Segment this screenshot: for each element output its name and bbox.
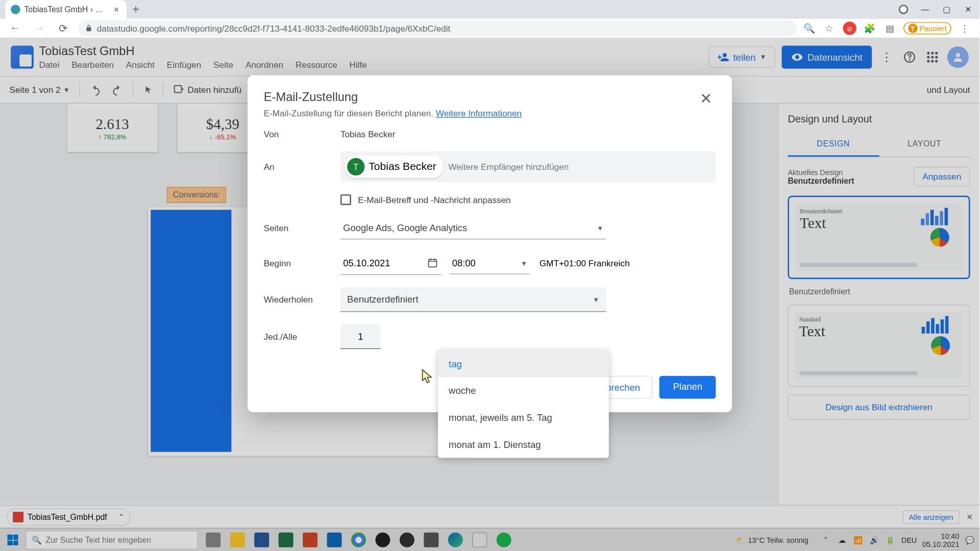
checkbox-icon[interactable] [340,194,351,205]
dropdown-item-monat-dienstag[interactable]: monat am 1. Dienstag [438,431,609,458]
tab-close-icon[interactable]: × [112,5,121,14]
window-controls: — ▢ ✕ [899,0,979,19]
pages-value: Google Ads, Google Analytics [343,222,467,233]
from-label: Von [264,129,340,139]
tab-title: TobiasTest GmbH › Google Ads [24,5,107,14]
chip-avatar-icon: T [347,158,364,176]
begin-label: Beginn [264,258,340,268]
date-field[interactable]: 05.10.2021 [340,252,442,275]
chevron-down-icon: ▼ [521,259,527,266]
tab-strip: TobiasTest GmbH › Google Ads × + — ▢ ✕ [0,0,979,19]
schedule-button[interactable]: Planen [659,376,716,399]
customize-email-row[interactable]: E-Mail-Betreff und -Nachricht anpassen [340,194,716,205]
pages-select[interactable]: Google Ads, Google Analytics ▼ [340,217,606,239]
browser-tab[interactable]: TobiasTest GmbH › Google Ads × [6,0,127,19]
chevron-down-icon: ▼ [593,295,599,303]
to-label: An [264,162,340,172]
forward-icon[interactable]: → [30,19,48,38]
svg-rect-13 [429,259,437,267]
repeat-value: Benutzerdefiniert [347,294,419,305]
extension-badge-icon[interactable]: ⊘ [843,21,856,35]
close-window-icon[interactable]: ✕ [963,5,972,14]
pause-label: Pausiert [919,24,946,32]
time-field[interactable]: 08:00 ▼ [449,252,530,274]
extensions-icon[interactable]: 🧩 [863,21,876,35]
account-dot-icon[interactable] [899,5,908,14]
customize-label: E-Mail-Betreff und -Nachricht anpassen [358,195,511,205]
browser-menu-icon[interactable]: ⋮ [958,21,971,35]
timezone-label: GMT+01:00 Frankreich [540,258,630,268]
time-value: 08:00 [452,258,476,268]
recipients-field[interactable]: T Tobias Becker [340,152,716,183]
repeat-label: Wiederholen [264,294,340,305]
date-value: 05.10.2021 [343,258,390,268]
add-recipient-input[interactable] [448,162,712,172]
new-tab-button[interactable]: + [127,0,145,19]
close-icon[interactable]: ✕ [696,90,716,108]
zoom-icon[interactable]: 🔍 [802,21,816,35]
dialog-title: E-Mail-Zustellung [264,90,522,105]
dropdown-item-woche[interactable]: woche [438,377,609,404]
minimize-icon[interactable]: — [920,5,929,14]
address-bar: ← → ⟳ datastudio.google.com/reporting/28… [0,19,979,38]
back-icon[interactable]: ← [6,19,24,38]
chevron-down-icon: ▼ [597,224,603,232]
dropdown-item-tag[interactable]: tag [438,350,609,378]
url-field[interactable]: datastudio.google.com/reporting/28cc9d2f… [78,20,797,37]
repeat-select[interactable]: Benutzerdefiniert ▼ [340,287,606,312]
interval-number-input[interactable]: 1 [340,324,381,349]
recipient-chip[interactable]: T Tobias Becker [345,155,443,178]
reload-icon[interactable]: ⟳ [54,19,72,38]
from-value: Tobias Becker [340,129,396,139]
every-label: Jed./Alle [264,332,340,342]
chip-name: Tobias Becker [369,161,436,173]
calendar-icon [427,257,439,269]
repeat-unit-dropdown: tag woche monat, jeweils am 5. Tag monat… [438,350,609,458]
browser-chrome: TobiasTest GmbH › Google Ads × + — ▢ ✕ ←… [0,0,979,38]
dropdown-item-monat-tag5[interactable]: monat, jeweils am 5. Tag [438,404,609,431]
bookmark-icon[interactable]: ☆ [822,21,836,35]
reading-list-icon[interactable]: ▤ [883,21,896,35]
address-bar-icons: 🔍 ☆ ⊘ 🧩 ▤ T Pausiert ⋮ [802,21,974,35]
lock-icon [85,24,93,32]
profile-avatar-icon: T [908,23,917,33]
maximize-icon[interactable]: ▢ [942,5,951,14]
more-info-link[interactable]: Weitere Informationen [436,108,522,118]
profile-paused-badge[interactable]: T Pausiert [903,22,951,34]
dialog-subtitle: E-Mail-Zustellung für diesen Bericht pla… [264,108,522,118]
pages-label: Seiten [264,223,340,234]
tab-favicon-icon [11,5,20,14]
url-text: datastudio.google.com/reporting/28cc9d2f… [97,23,451,33]
